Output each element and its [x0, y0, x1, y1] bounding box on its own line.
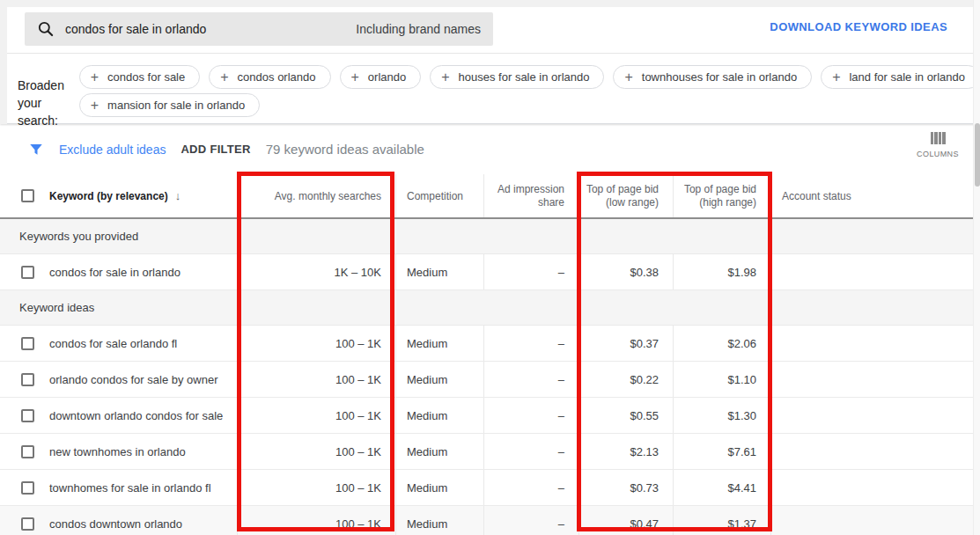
row-checkbox[interactable]: [21, 445, 34, 458]
table-header-row: Keyword (by relevance) Avg. monthly sear…: [0, 174, 973, 219]
keyword-ideas-count: 79 keyword ideas available: [266, 142, 424, 157]
header-top-of-page-bid-low[interactable]: Top of page bid(low range): [579, 174, 674, 217]
plus-icon: [441, 70, 449, 84]
keyword-planner-screen: condos for sale in orlando Including bra…: [0, 0, 980, 535]
competition-cell: Medium: [396, 470, 484, 505]
keyword-cell: condos for sale in orlando: [49, 266, 181, 279]
top-bar: condos for sale in orlando Including bra…: [0, 0, 980, 54]
avg-searches-cell: 100 – 1K: [238, 398, 396, 433]
row-checkbox[interactable]: [21, 266, 34, 279]
account-status-cell: [771, 434, 973, 469]
avg-searches-cell: 1K – 10K: [238, 254, 396, 289]
avg-searches-cell: 100 – 1K: [238, 326, 396, 361]
table-row[interactable]: condos for sale in orlando 1K – 10K Medi…: [0, 254, 973, 290]
sort-descending-icon: [175, 189, 181, 202]
table-row[interactable]: condos for sale orlando fl 100 – 1K Medi…: [0, 326, 973, 362]
account-status-cell: [771, 506, 973, 535]
keyword-cell: new townhomes in orlando: [49, 445, 186, 458]
plus-icon: [351, 70, 359, 84]
broaden-search-label: Broaden your search:: [0, 54, 79, 123]
competition-cell: Medium: [396, 506, 484, 535]
plus-icon: [832, 70, 840, 84]
row-checkbox[interactable]: [21, 337, 34, 350]
bid-low-cell: $2.13: [579, 434, 674, 469]
header-competition[interactable]: Competition: [396, 174, 484, 217]
bid-high-cell: $1.98: [674, 254, 771, 289]
bid-low-cell: $0.55: [579, 398, 674, 433]
keyword-cell: downtown orlando condos for sale: [49, 409, 223, 422]
search-input[interactable]: condos for sale in orlando Including bra…: [25, 12, 493, 46]
section-header-keywords-you-provided: Keywords you provided: [0, 219, 973, 254]
keyword-cell: townhomes for sale in orlando fl: [49, 481, 211, 495]
add-filter-button[interactable]: ADD FILTER: [181, 143, 250, 156]
filter-bar: Exclude adult ideas ADD FILTER 79 keywor…: [0, 124, 980, 174]
keyword-cell: condos for sale orlando fl: [49, 337, 177, 350]
chip-townhouses-for-sale-in-orlando[interactable]: townhouses for sale in orlando: [613, 65, 812, 89]
bid-low-cell: $0.47: [579, 506, 674, 535]
exclude-adult-ideas-link[interactable]: Exclude adult ideas: [59, 143, 166, 157]
header-avg-monthly-searches[interactable]: Avg. monthly searches: [238, 174, 396, 217]
chip-land-for-sale-in-orlando[interactable]: land for sale in orlando: [821, 65, 980, 89]
header-account-status[interactable]: Account status: [771, 174, 973, 217]
columns-button[interactable]: COLUMNS: [911, 132, 964, 158]
bid-high-cell: $1.37: [674, 506, 771, 535]
bid-high-cell: $1.30: [674, 398, 771, 433]
ad-impression-share-cell: –: [484, 398, 579, 433]
download-keyword-ideas-link[interactable]: DOWNLOAD KEYWORD IDEAS: [770, 0, 947, 54]
plus-icon: [624, 70, 632, 84]
avg-searches-cell: 100 – 1K: [238, 506, 396, 535]
search-query-text: condos for sale in orlando: [65, 22, 356, 36]
ad-impression-share-cell: –: [484, 506, 579, 535]
account-status-cell: [771, 362, 973, 397]
chip-mansion-for-sale-in-orlando[interactable]: mansion for sale in orlando: [79, 93, 260, 117]
scrollbar-thumb[interactable]: [975, 123, 980, 187]
avg-searches-cell: 100 – 1K: [238, 362, 396, 397]
filter-icon[interactable]: [28, 142, 44, 158]
header-top-of-page-bid-high[interactable]: Top of page bid(high range): [674, 174, 771, 217]
table-row[interactable]: new townhomes in orlando 100 – 1K Medium…: [0, 434, 973, 470]
row-checkbox[interactable]: [21, 481, 34, 495]
bid-low-cell: $0.38: [579, 254, 674, 289]
chip-condos-orlando[interactable]: condos orlando: [209, 65, 330, 89]
header-ad-impression-share[interactable]: Ad impressionshare: [484, 174, 579, 217]
bid-low-cell: $0.37: [579, 326, 674, 361]
section-header-keyword-ideas: Keyword ideas: [0, 290, 973, 326]
keyword-cell: orlando condos for sale by owner: [49, 373, 218, 386]
chip-condos-for-sale[interactable]: condos for sale: [79, 65, 201, 89]
table-row[interactable]: townhomes for sale in orlando fl 100 – 1…: [0, 470, 973, 506]
brand-names-toggle-label[interactable]: Including brand names: [356, 22, 481, 36]
row-checkbox[interactable]: [21, 373, 34, 386]
account-status-cell: [771, 398, 973, 433]
bid-low-cell: $0.22: [579, 362, 674, 397]
table-row[interactable]: condos downtown orlando 100 – 1K Medium …: [0, 506, 973, 535]
bid-high-cell: $4.41: [674, 470, 771, 505]
competition-cell: Medium: [396, 434, 484, 469]
vertical-scrollbar: [973, 0, 980, 535]
avg-searches-cell: 100 – 1K: [238, 470, 396, 505]
ad-impression-share-cell: –: [484, 434, 579, 469]
chip-houses-for-sale-in-orlando[interactable]: houses for sale in orlando: [430, 65, 604, 89]
header-keyword[interactable]: Keyword (by relevance): [0, 174, 238, 217]
bid-low-cell: $0.73: [579, 470, 674, 505]
ad-impression-share-cell: –: [484, 326, 579, 361]
account-status-cell: [771, 254, 973, 289]
competition-cell: Medium: [396, 254, 484, 289]
keyword-ideas-table: Keyword (by relevance) Avg. monthly sear…: [0, 174, 973, 535]
row-checkbox[interactable]: [21, 409, 34, 422]
select-all-checkbox[interactable]: [21, 189, 34, 202]
bid-high-cell: $7.61: [674, 434, 771, 469]
row-checkbox[interactable]: [21, 517, 34, 531]
bid-high-cell: $2.06: [674, 326, 771, 361]
competition-cell: Medium: [396, 326, 484, 361]
plus-icon: [91, 99, 99, 113]
chip-orlando[interactable]: orlando: [340, 65, 422, 89]
bid-high-cell: $1.10: [674, 362, 771, 397]
ad-impression-share-cell: –: [484, 470, 579, 505]
columns-icon: [931, 132, 946, 144]
table-row[interactable]: orlando condos for sale by owner 100 – 1…: [0, 362, 973, 398]
competition-cell: Medium: [396, 362, 484, 397]
page-edge-top: [0, 0, 980, 7]
suggestion-chips: condos for sale condos orlando orlando h…: [79, 54, 980, 123]
table-row[interactable]: downtown orlando condos for sale 100 – 1…: [0, 398, 973, 434]
broaden-search-section: Broaden your search: condos for sale con…: [0, 54, 980, 124]
